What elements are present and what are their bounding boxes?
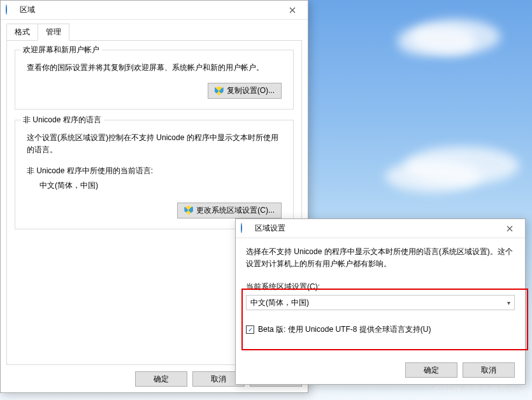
current-language-value: 中文(简体，中国) xyxy=(40,180,282,191)
locale-field-label: 当前系统区域设置(C): xyxy=(246,282,515,292)
locale-combobox-value: 中文(简体，中国) xyxy=(250,297,507,308)
tab-admin[interactable]: 管理 xyxy=(38,24,69,41)
change-locale-label: 更改系统区域设置(C)... xyxy=(196,205,275,216)
globe-icon xyxy=(6,5,16,15)
watermark-text: CSDN @极光再亮一点 xyxy=(435,383,526,395)
group-nonunicode: 非 Unicode 程序的语言 这个设置(系统区域设置)控制在不支持 Unico… xyxy=(15,120,294,229)
shield-icon xyxy=(215,87,224,96)
cancel-button[interactable]: 取消 xyxy=(463,362,515,378)
current-language-label: 非 Unicode 程序中所使用的当前语言: xyxy=(27,166,282,176)
group-welcome-desc: 查看你的国际设置并将其复制到欢迎屏幕、系统帐户和新的用户帐户。 xyxy=(27,62,282,74)
tab-strip: 格式 管理 xyxy=(6,24,302,41)
window-title: 区域 xyxy=(20,4,280,15)
locale-combobox[interactable]: 中文(简体，中国) ▾ xyxy=(246,295,515,310)
titlebar[interactable]: 区域设置 xyxy=(236,219,525,238)
dialog-buttons: 确定 取消 xyxy=(246,356,515,378)
group-nonunicode-title: 非 Unicode 程序的语言 xyxy=(20,115,104,125)
tab-format[interactable]: 格式 xyxy=(6,24,38,41)
chevron-down-icon: ▾ xyxy=(507,299,510,306)
change-locale-button[interactable]: 更改系统区域设置(C)... xyxy=(177,203,282,218)
ok-button[interactable]: 确定 xyxy=(405,362,457,378)
group-welcome: 欢迎屏幕和新用户帐户 查看你的国际设置并将其复制到欢迎屏幕、系统帐户和新的用户帐… xyxy=(15,50,294,110)
window-title: 区域设置 xyxy=(255,223,497,234)
copy-settings-label: 复制设置(O)... xyxy=(227,85,275,96)
utf8-checkbox-row[interactable]: ✓ Beta 版: 使用 Unicode UTF-8 提供全球语言支持(U) xyxy=(246,324,515,335)
utf8-checkbox[interactable]: ✓ xyxy=(246,325,254,334)
titlebar[interactable]: 区域 xyxy=(1,1,308,20)
sub-desc: 选择在不支持 Unicode 的程序中显示文本时所使用的语言(系统区域设置)。这… xyxy=(246,246,515,270)
region-settings-window: 区域设置 选择在不支持 Unicode 的程序中显示文本时所使用的语言(系统区域… xyxy=(235,218,526,385)
copy-settings-button[interactable]: 复制设置(O)... xyxy=(208,83,282,99)
shield-icon xyxy=(184,206,193,215)
utf8-checkbox-label: Beta 版: 使用 Unicode UTF-8 提供全球语言支持(U) xyxy=(258,324,431,335)
group-nonunicode-desc: 这个设置(系统区域设置)控制在不支持 Unicode 的程序中显示文本时所使用的… xyxy=(27,132,282,156)
close-button[interactable] xyxy=(280,1,305,19)
group-welcome-title: 欢迎屏幕和新用户帐户 xyxy=(20,45,102,55)
close-button[interactable] xyxy=(497,220,522,238)
globe-icon xyxy=(241,224,251,234)
ok-button[interactable]: 确定 xyxy=(135,371,187,387)
